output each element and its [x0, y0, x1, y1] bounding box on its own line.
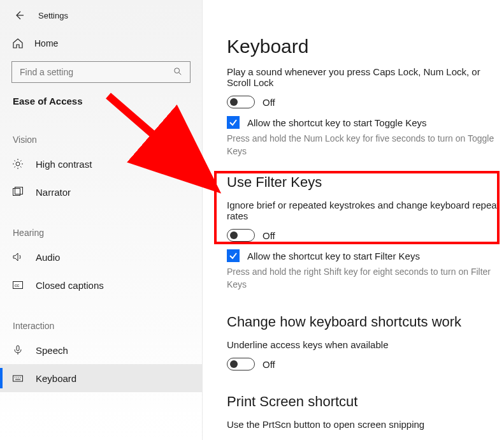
sidebar-item-label: Keyboard — [36, 373, 76, 384]
filter-keys-shortcut-label: Allow the shortcut key to start Filter K… — [247, 251, 420, 261]
caps-lock-sound-toggle-row: Off — [227, 96, 504, 108]
main-content: Keyboard Play a sound whenever you press… — [203, 0, 504, 440]
sidebar-item-label: High contrast — [36, 159, 92, 170]
sidebar-item-audio[interactable]: Audio — [0, 243, 202, 271]
microphone-icon — [11, 344, 24, 356]
search-icon — [173, 67, 184, 77]
settings-sidebar: Settings Home Ease of Access Vision High… — [0, 0, 203, 440]
caps-lock-sound-description: Play a sound whenever you press Caps Loc… — [227, 66, 504, 88]
caps-lock-sound-toggle[interactable] — [227, 96, 255, 108]
filter-keys-description: Ignore brief or repeated keystrokes and … — [227, 200, 504, 221]
underline-access-keys-toggle-row: Off — [227, 358, 504, 370]
sidebar-item-home[interactable]: Home — [0, 31, 202, 56]
sidebar-category-interaction: Interaction — [0, 299, 202, 336]
toggle-state-label: Off — [263, 359, 275, 370]
sidebar-item-label: Closed captions — [36, 280, 104, 291]
svg-text:cc: cc — [15, 283, 20, 288]
sidebar-item-label: Narrator — [36, 187, 71, 198]
svg-point-0 — [175, 68, 180, 73]
search-input[interactable] — [18, 66, 173, 78]
svg-point-1 — [16, 162, 20, 166]
print-screen-heading: Print Screen shortcut — [227, 393, 504, 410]
keyboard-icon — [11, 372, 24, 384]
back-icon[interactable] — [13, 9, 25, 22]
sidebar-item-label: Audio — [36, 252, 60, 263]
search-input-container[interactable] — [11, 61, 191, 83]
sidebar-section-ease-of-access: Ease of Access — [0, 92, 202, 113]
svg-rect-7 — [13, 376, 23, 381]
svg-rect-6 — [17, 346, 19, 351]
filter-keys-toggle-row: Off — [227, 229, 504, 242]
home-icon — [11, 38, 24, 49]
home-label: Home — [34, 38, 58, 48]
toggle-keys-shortcut-row: Allow the shortcut key to start Toggle K… — [227, 116, 504, 129]
sidebar-header: Settings — [0, 0, 202, 31]
toggle-state-label: Off — [263, 97, 275, 108]
filter-keys-toggle[interactable] — [227, 229, 255, 242]
toggle-keys-hint: Press and hold the Num Lock key for five… — [227, 133, 501, 158]
toggle-keys-shortcut-checkbox[interactable] — [227, 116, 240, 129]
settings-title: Settings — [38, 11, 68, 20]
filter-keys-shortcut-checkbox[interactable] — [227, 249, 240, 262]
sidebar-item-speech[interactable]: Speech — [0, 336, 202, 364]
underline-access-keys-toggle[interactable] — [227, 358, 255, 370]
filter-keys-hint: Press and hold the right Shift key for e… — [227, 266, 501, 291]
toggle-state-label: Off — [263, 230, 275, 241]
sidebar-item-keyboard[interactable]: Keyboard — [0, 364, 202, 392]
sidebar-item-closed-captions[interactable]: cc Closed captions — [0, 271, 202, 299]
sidebar-category-hearing: Hearing — [0, 206, 202, 243]
print-screen-description: Use the PrtScn button to open screen sni… — [227, 419, 504, 430]
keyboard-shortcuts-heading: Change how keyboard shortcuts work — [227, 314, 504, 330]
page-title: Keyboard — [227, 36, 504, 57]
sidebar-item-label: Speech — [36, 345, 68, 356]
underline-access-keys-description: Underline access keys when available — [227, 339, 504, 350]
closed-captions-icon: cc — [11, 279, 24, 291]
sidebar-item-narrator[interactable]: Narrator — [0, 178, 202, 206]
narrator-icon — [11, 186, 24, 198]
sidebar-item-high-contrast[interactable]: High contrast — [0, 150, 202, 178]
brightness-icon — [11, 158, 24, 170]
filter-keys-heading: Use Filter Keys — [227, 174, 504, 191]
filter-keys-shortcut-row: Allow the shortcut key to start Filter K… — [227, 249, 504, 262]
sidebar-category-vision: Vision — [0, 113, 202, 150]
audio-icon — [11, 251, 24, 263]
toggle-keys-shortcut-label: Allow the shortcut key to start Toggle K… — [247, 117, 427, 128]
